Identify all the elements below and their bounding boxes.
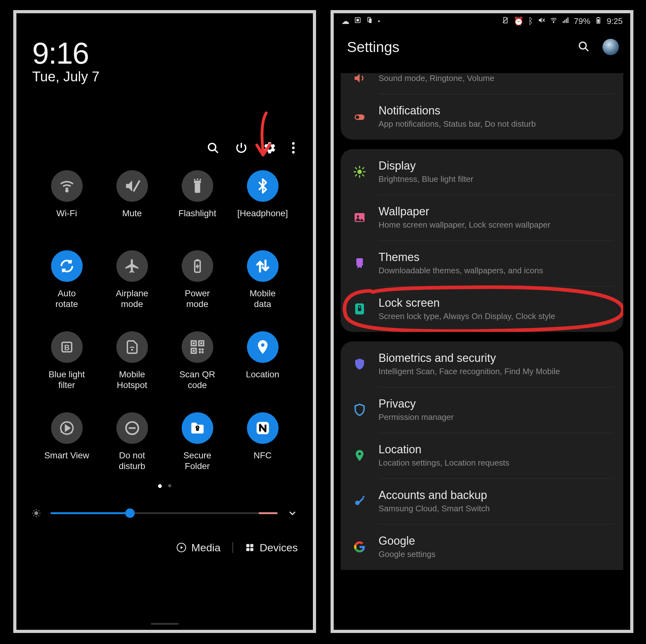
settings-row-privacy[interactable]: PrivacyPermission manager <box>341 387 623 433</box>
quick-tile-label: Scan QR code <box>180 369 215 390</box>
settings-row-subtitle: App notifications, Status bar, Do not di… <box>379 119 536 129</box>
settings-row-subtitle: Sound mode, Ringtone, Volume <box>379 74 494 83</box>
more-icon[interactable] <box>292 141 295 154</box>
quick-tile-battery[interactable]: Power mode <box>165 250 230 309</box>
bluelight-icon: B <box>51 331 83 363</box>
settings-row-text: NotificationsApp notifications, Status b… <box>379 104 536 129</box>
quick-tile-smartview[interactable]: Smart View <box>34 412 99 471</box>
svg-rect-49 <box>246 548 249 551</box>
nav-handle[interactable] <box>151 623 179 625</box>
settings-row-text: GoogleGoogle settings <box>379 534 436 559</box>
settings-row-title: Privacy <box>379 397 454 410</box>
flashlight-icon <box>182 170 213 202</box>
settings-row-lock[interactable]: Lock screenScreen lock type, Always On D… <box>341 286 623 332</box>
svg-text:B: B <box>64 343 70 352</box>
svg-point-4 <box>292 151 295 153</box>
quick-tile-data[interactable]: Mobile data <box>230 250 295 309</box>
rotate-icon <box>51 250 83 282</box>
quick-tile-dnd[interactable]: Do not disturb <box>99 412 165 471</box>
google-icon <box>351 538 368 556</box>
power-icon[interactable] <box>235 141 248 154</box>
panel-footer: Media Devices <box>16 541 313 554</box>
quick-tile-bluetooth[interactable]: [Headphone] <box>230 170 295 228</box>
settings-row-text: PrivacyPermission manager <box>379 397 454 422</box>
settings-row-pin[interactable]: LocationLocation settings, Location requ… <box>341 433 623 479</box>
settings-search-icon[interactable] <box>577 40 590 54</box>
svg-rect-52 <box>356 19 359 21</box>
brightness-slider[interactable] <box>50 507 278 519</box>
settings-row-google[interactable]: GoogleGoogle settings <box>341 524 623 570</box>
expand-brightness-icon[interactable] <box>287 508 298 519</box>
svg-line-44 <box>38 510 39 511</box>
svg-rect-84 <box>358 308 361 311</box>
settings-row-subtitle: Screen lock type, Always On Display, Clo… <box>379 311 555 321</box>
svg-marker-31 <box>65 425 70 431</box>
mute-status-icon <box>538 16 545 26</box>
svg-rect-54 <box>369 19 371 23</box>
bluetooth-status-icon: ᛒ <box>528 16 533 26</box>
quick-tile-hotspot[interactable]: Mobile Hotspot <box>99 331 165 390</box>
svg-line-10 <box>194 179 195 180</box>
svg-point-66 <box>579 42 586 49</box>
qr-icon <box>182 331 213 363</box>
svg-point-19 <box>131 349 133 351</box>
quick-tile-wifi[interactable]: Wi-Fi <box>34 170 99 228</box>
settings-header: Settings <box>334 29 630 67</box>
settings-row-subtitle: Permission manager <box>379 412 454 422</box>
signal-icon <box>562 16 569 26</box>
quick-tile-rotate[interactable]: Auto rotate <box>34 250 99 309</box>
settings-row-display[interactable]: DisplayBrightness, Blue light filter <box>341 149 623 195</box>
quick-tile-label: Blue light filter <box>48 369 85 390</box>
quick-tile-label: Wi-Fi <box>57 208 77 228</box>
settings-row-wallpaper[interactable]: WallpaperHome screen wallpaper, Lock scr… <box>341 195 623 241</box>
quick-tile-nfc[interactable]: NFC <box>230 412 295 471</box>
footer-separator <box>232 542 233 553</box>
svg-line-43 <box>33 515 34 516</box>
svg-point-0 <box>209 143 216 151</box>
settings-screen: ☁ • ⏰ ᛒ 79% 9:25 Settings Sound mode, Ri… <box>331 10 633 633</box>
devices-button[interactable]: Devices <box>245 541 298 554</box>
quick-tile-flashlight[interactable]: Flashlight <box>165 170 230 228</box>
media-button[interactable]: Media <box>177 541 220 554</box>
svg-rect-8 <box>194 180 201 183</box>
display-icon <box>351 163 368 180</box>
quick-tile-label: Location <box>246 369 280 389</box>
quick-tile-location[interactable]: Location <box>230 331 295 390</box>
folder-icon <box>182 412 213 444</box>
settings-row-shield[interactable]: Biometrics and securityIntelligent Scan,… <box>341 342 623 387</box>
airplane-icon <box>116 250 148 282</box>
privacy-icon <box>351 401 368 419</box>
location-icon <box>247 331 279 363</box>
quick-tile-label: Smart View <box>44 450 89 470</box>
settings-row-notification[interactable]: NotificationsApp notifications, Status b… <box>341 94 623 140</box>
settings-group: DisplayBrightness, Blue light filterWall… <box>341 149 623 332</box>
quick-tile-airplane[interactable]: Airplane mode <box>99 250 165 309</box>
quick-tile-mute[interactable]: Mute <box>99 170 165 228</box>
settings-row-title: Location <box>379 443 510 456</box>
quick-tile-label: Mobile data <box>249 288 276 309</box>
settings-row-title: Display <box>379 159 473 172</box>
settings-row-themes[interactable]: ThemesDownloadable themes, wallpapers, a… <box>341 241 623 286</box>
svg-point-36 <box>35 512 38 515</box>
pin-icon <box>351 447 368 464</box>
svg-rect-62 <box>567 17 568 23</box>
svg-point-2 <box>292 142 295 145</box>
settings-row-title: Lock screen <box>379 296 555 309</box>
quick-tile-qr[interactable]: Scan QR code <box>165 331 230 390</box>
svg-rect-64 <box>598 17 599 18</box>
wifi-status-icon <box>550 16 557 26</box>
quick-tile-folder[interactable]: Secure Folder <box>165 412 230 471</box>
svg-rect-13 <box>196 259 199 261</box>
annotation-arrow <box>253 111 275 166</box>
settings-row-text: ThemesDownloadable themes, wallpapers, a… <box>379 251 543 275</box>
quick-tile-bluelight[interactable]: BBlue light filter <box>34 331 99 390</box>
svg-rect-27 <box>202 349 204 351</box>
settings-row-sound[interactable]: Sound mode, Ringtone, Volume <box>341 73 623 94</box>
settings-row-key[interactable]: Accounts and backupSamsung Cloud, Smart … <box>341 479 623 524</box>
settings-row-text: Sound mode, Ringtone, Volume <box>379 74 494 83</box>
search-icon[interactable] <box>206 141 220 154</box>
account-avatar[interactable] <box>603 39 619 55</box>
settings-list[interactable]: Sound mode, Ringtone, VolumeNotification… <box>334 73 630 630</box>
svg-line-67 <box>585 48 588 51</box>
data-icon <box>247 250 279 282</box>
